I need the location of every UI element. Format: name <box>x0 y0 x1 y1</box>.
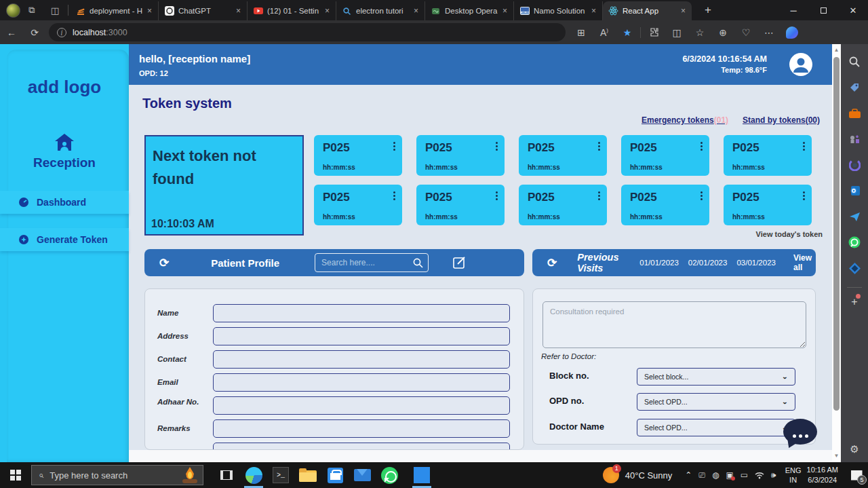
kebab-menu-icon[interactable] <box>496 191 498 202</box>
kebab-menu-icon[interactable] <box>496 142 498 152</box>
taskbar-mail-button[interactable] <box>349 462 376 488</box>
contact-field[interactable] <box>213 350 510 369</box>
scroll-down-icon[interactable]: ▼ <box>832 451 841 461</box>
new-tab-button[interactable]: + <box>698 3 717 17</box>
standby-tokens-link[interactable]: Stand by tokens(00) <box>743 115 820 125</box>
browser-essentials-icon[interactable]: ♡ <box>734 27 757 38</box>
volume-icon[interactable]: 🕪 <box>771 470 776 480</box>
close-icon[interactable]: × <box>145 6 154 16</box>
maximize-button[interactable] <box>808 0 838 20</box>
kebab-menu-icon[interactable] <box>803 142 806 152</box>
add-icon[interactable]: + <box>851 296 857 308</box>
tab-desktop-opera[interactable]: Desktop Opera × <box>425 1 514 20</box>
audio-device-icon[interactable]: ◍ <box>712 470 719 480</box>
token-card[interactable]: P025hh:mm:ss <box>314 135 402 176</box>
split-screen-icon[interactable]: ◫ <box>665 27 688 38</box>
shopping-tag-icon[interactable] <box>846 79 863 96</box>
whatsapp-icon[interactable] <box>846 234 863 250</box>
taskbar-clock[interactable]: 10:16 AM 6/3/2024 <box>807 465 838 485</box>
tools-icon[interactable] <box>846 105 863 121</box>
battery-icon[interactable]: ▭ <box>741 470 748 480</box>
read-aloud-icon[interactable]: A) <box>593 27 616 38</box>
token-card[interactable]: P025hh:mm:ss <box>416 185 505 225</box>
wifi-icon[interactable] <box>755 472 764 479</box>
remarks-field[interactable] <box>213 419 510 438</box>
patient-search-input[interactable] <box>315 253 429 272</box>
user-avatar-icon[interactable] <box>789 52 813 77</box>
language-indicator[interactable]: ENG IN <box>785 466 802 485</box>
notification-center-button[interactable]: 5 <box>845 462 868 488</box>
token-card[interactable]: P025hh:mm:ss <box>519 135 607 176</box>
more-menu-icon[interactable]: ⋯ <box>757 27 781 38</box>
token-card[interactable]: P025hh:mm:ss <box>724 135 812 176</box>
tab-youtube[interactable]: (12) 01 - Settin × <box>248 1 336 20</box>
refresh-icon[interactable]: ⟳ <box>23 27 46 38</box>
visit-date[interactable]: 01/01/2023 <box>639 259 679 267</box>
outlook-icon[interactable] <box>846 183 863 199</box>
close-icon[interactable]: × <box>500 6 509 16</box>
adhaar-field[interactable] <box>213 396 510 415</box>
close-icon[interactable]: × <box>412 6 420 16</box>
close-window-button[interactable]: ✕ <box>838 0 868 20</box>
taskbar-edge-button[interactable] <box>240 462 267 488</box>
security-icon[interactable]: ▣ <box>726 470 733 480</box>
taskbar-store-button[interactable] <box>321 462 349 488</box>
workspaces-icon[interactable]: ⧉ <box>20 5 43 16</box>
close-icon[interactable]: × <box>679 6 688 16</box>
games-icon[interactable] <box>846 131 863 147</box>
close-icon[interactable]: × <box>589 6 598 16</box>
taskbar-vscode-button[interactable] <box>408 462 435 488</box>
token-card[interactable]: P025hh:mm:ss <box>621 185 709 225</box>
favorites-list-icon[interactable]: ☆ <box>688 27 711 38</box>
visit-date[interactable]: 02/01/2023 <box>688 259 728 267</box>
page-scrollbar[interactable]: ▲ ▼ <box>832 44 841 462</box>
kebab-menu-icon[interactable] <box>803 191 806 202</box>
copilot-icon[interactable] <box>786 26 798 39</box>
token-card[interactable]: P025hh:mm:ss <box>519 185 607 225</box>
kebab-menu-icon[interactable] <box>598 142 601 152</box>
task-view-button[interactable] <box>213 462 240 488</box>
close-icon[interactable]: × <box>323 6 332 16</box>
collections-icon[interactable]: ⊕ <box>711 27 734 38</box>
refresh-icon[interactable]: ⟳ <box>159 256 169 270</box>
tab-electron[interactable]: electron tutori × <box>336 1 425 20</box>
view-all-link[interactable]: View all <box>793 253 816 272</box>
tab-react-app[interactable]: React App × <box>603 1 692 20</box>
weather-text[interactable]: 40°C Sunny <box>625 470 673 481</box>
taskbar-terminal-button[interactable]: >_ <box>267 462 294 488</box>
kebab-menu-icon[interactable] <box>393 142 396 152</box>
minimize-button[interactable]: ─ <box>778 0 808 20</box>
token-card[interactable]: P025hh:mm:ss <box>416 135 505 176</box>
weather-icon[interactable]: 1 <box>603 467 619 483</box>
search-icon[interactable] <box>846 54 863 70</box>
kebab-menu-icon[interactable] <box>598 191 601 202</box>
taskbar-search[interactable]: ⌕ Type here to search <box>31 465 203 485</box>
microsoft365-icon[interactable] <box>846 157 863 173</box>
sidebar-item-generate-token[interactable]: Generate Token <box>0 228 129 251</box>
name-field[interactable] <box>213 304 510 322</box>
settings-gear-icon[interactable]: ⚙ <box>841 443 868 455</box>
token-card[interactable]: P025hh:mm:ss <box>724 185 812 225</box>
add-logo-placeholder[interactable]: add logo <box>0 77 129 98</box>
tab-actions-icon[interactable]: ◫ <box>43 5 66 16</box>
sidebar-item-dashboard[interactable]: Dashboard <box>0 191 129 214</box>
taskbar-whatsapp-button[interactable] <box>376 462 403 488</box>
search-icon[interactable] <box>413 258 482 268</box>
tab-deployment[interactable]: deployment - H × <box>70 1 159 20</box>
edit-icon[interactable] <box>453 256 467 269</box>
chat-widget-button[interactable] <box>783 419 817 449</box>
favorite-star-icon[interactable]: ★ <box>616 27 639 38</box>
kebab-menu-icon[interactable] <box>701 191 703 202</box>
designer-icon[interactable] <box>846 260 863 276</box>
site-info-icon[interactable]: i <box>57 28 66 37</box>
browser-profile-avatar[interactable] <box>6 3 20 18</box>
tab-chatgpt[interactable]: ChatGPT × <box>159 1 248 20</box>
address-field[interactable] <box>213 327 510 345</box>
tab-namo-solution[interactable]: Namo Solution × <box>514 1 603 20</box>
scrollbar-thumb[interactable] <box>833 57 840 411</box>
cast-icon[interactable]: ⎚ <box>698 470 705 480</box>
block-no-select[interactable]: Select block...⌄ <box>637 368 795 386</box>
doctor-name-select[interactable]: Select OPD...⌄ <box>637 419 795 436</box>
emergency-tokens-link[interactable]: Emergency tokens(01) <box>642 115 728 125</box>
token-card[interactable]: P025hh:mm:ss <box>621 135 709 176</box>
